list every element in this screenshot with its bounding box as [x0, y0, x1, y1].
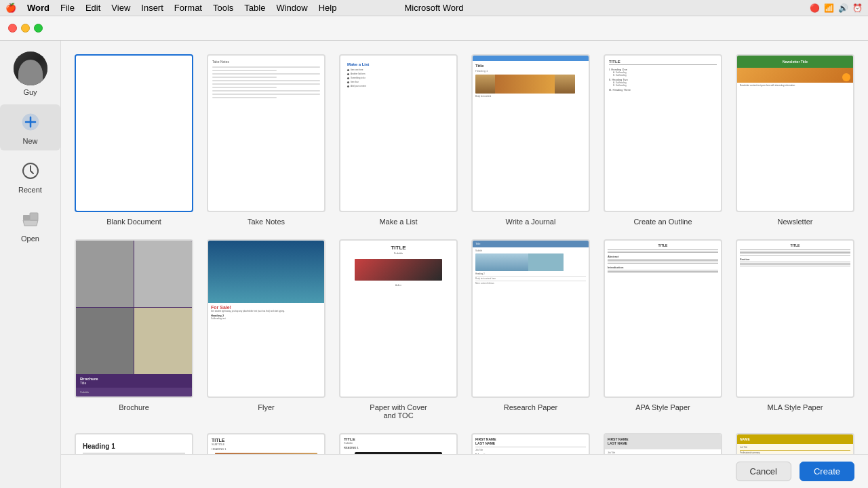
- flyer-thumb: For Sale! Get started right away, just t…: [207, 239, 326, 397]
- flyer-label: Flyer: [258, 403, 274, 411]
- menu-help[interactable]: Help: [319, 3, 337, 13]
- newsletter-label: Newsletter: [778, 218, 813, 226]
- system-tray: 🔴📶🔊⏰: [810, 3, 863, 13]
- journal-thumb: Title Heading 1 Body text content: [471, 54, 590, 212]
- apa-thumb: TITLE Abstract Introduction: [604, 239, 722, 397]
- svg-rect-4: [23, 215, 30, 220]
- new-label: New: [22, 137, 37, 145]
- template-brochure[interactable]: Brochure Title Subtitle Brochure: [75, 239, 193, 419]
- research-thumb: Title Subtitle Heading 2 Body text conte…: [471, 239, 590, 397]
- brochure-label: Brochure: [119, 403, 149, 411]
- sidebar-item-open[interactable]: Open: [0, 202, 60, 248]
- menu-bar: 🍎 Word File Edit View Insert Format Tool…: [0, 0, 868, 16]
- cancel-button[interactable]: Cancel: [736, 462, 791, 481]
- make-list-thumb: Make a List Item one here Another list i…: [339, 54, 458, 212]
- blank-thumb: [75, 54, 193, 212]
- apple-icon[interactable]: 🍎: [5, 3, 16, 13]
- paper-cover-label: Paper with Cover and TOC: [368, 403, 429, 420]
- template-apa[interactable]: TITLE Abstract Introduction: [604, 239, 722, 419]
- take-notes-label: Take Notes: [248, 218, 285, 226]
- new-icon: [18, 110, 43, 134]
- newsletter-thumb: Newsletter Title Newsletter content text…: [736, 54, 854, 212]
- sidebar-item-recent[interactable]: Recent: [0, 153, 60, 199]
- template-newsletter[interactable]: Newsletter Title Newsletter content text…: [736, 54, 854, 226]
- open-icon: [18, 207, 43, 232]
- menu-table[interactable]: Table: [244, 3, 265, 13]
- open-label: Open: [21, 235, 39, 243]
- menu-tools[interactable]: Tools: [213, 3, 233, 13]
- minimize-button[interactable]: [21, 24, 30, 33]
- template-take-notes[interactable]: Take Notes Take Notes: [207, 54, 326, 226]
- brochure-thumb: Brochure Title Subtitle: [75, 239, 193, 397]
- create-button[interactable]: Create: [800, 462, 854, 481]
- outline-thumb: TITLE I. Heading One A. Subheading B. Su…: [604, 54, 722, 212]
- recent-icon: [18, 159, 43, 183]
- paper-cover-thumb: TITLE Subtitle Author: [339, 239, 458, 397]
- mla-thumb: TITLE Section: [736, 239, 854, 397]
- recent-label: Recent: [18, 186, 42, 194]
- template-grid: Blank Document Take Notes Take Notes: [75, 54, 854, 488]
- make-list-label: Make a List: [379, 218, 417, 226]
- template-research[interactable]: Title Subtitle Heading 2 Body text conte…: [471, 239, 590, 419]
- menu-file[interactable]: File: [60, 3, 75, 13]
- bottom-bar: Cancel Create: [61, 454, 868, 488]
- menu-edit[interactable]: Edit: [85, 3, 100, 13]
- menu-window[interactable]: Window: [276, 3, 307, 13]
- outline-label: Create an Outline: [633, 218, 692, 226]
- research-label: Research Paper: [504, 403, 558, 411]
- menu-insert[interactable]: Insert: [141, 3, 163, 13]
- title-bar: [0, 16, 868, 41]
- maximize-button[interactable]: [34, 24, 43, 33]
- template-blank[interactable]: Blank Document: [75, 54, 193, 226]
- blank-label: Blank Document: [106, 218, 161, 226]
- apa-label: APA Style Paper: [635, 403, 690, 411]
- menu-format[interactable]: Format: [174, 3, 202, 13]
- sidebar-item-new[interactable]: New: [0, 104, 60, 150]
- user-profile[interactable]: Guy: [14, 46, 47, 102]
- menu-view[interactable]: View: [111, 3, 130, 13]
- app-name: Word: [27, 3, 50, 13]
- traffic-lights: [8, 24, 43, 33]
- template-make-list[interactable]: Make a List Item one here Another list i…: [339, 54, 458, 226]
- journal-label: Write a Journal: [506, 218, 556, 226]
- template-outline[interactable]: TITLE I. Heading One A. Subheading B. Su…: [604, 54, 722, 226]
- template-mla[interactable]: TITLE Section MLA Style Paper: [736, 239, 854, 419]
- template-paper-cover[interactable]: TITLE Subtitle Author Paper with Cover a…: [339, 239, 458, 419]
- svg-rect-5: [30, 213, 38, 220]
- template-flyer[interactable]: For Sale! Get started right away, just t…: [207, 239, 326, 419]
- avatar: [14, 52, 47, 85]
- close-button[interactable]: [8, 24, 17, 33]
- window-title: Microsoft Word: [404, 3, 463, 13]
- sidebar: Guy New Recent: [0, 41, 61, 488]
- template-browser[interactable]: Blank Document Take Notes Take Notes: [61, 41, 868, 488]
- template-journal[interactable]: Title Heading 1 Body text content Write …: [471, 54, 590, 226]
- take-notes-thumb: Take Notes: [207, 54, 326, 212]
- user-name: Guy: [23, 88, 37, 96]
- mla-label: MLA Style Paper: [768, 403, 823, 411]
- main-layout: Guy New Recent: [0, 41, 868, 488]
